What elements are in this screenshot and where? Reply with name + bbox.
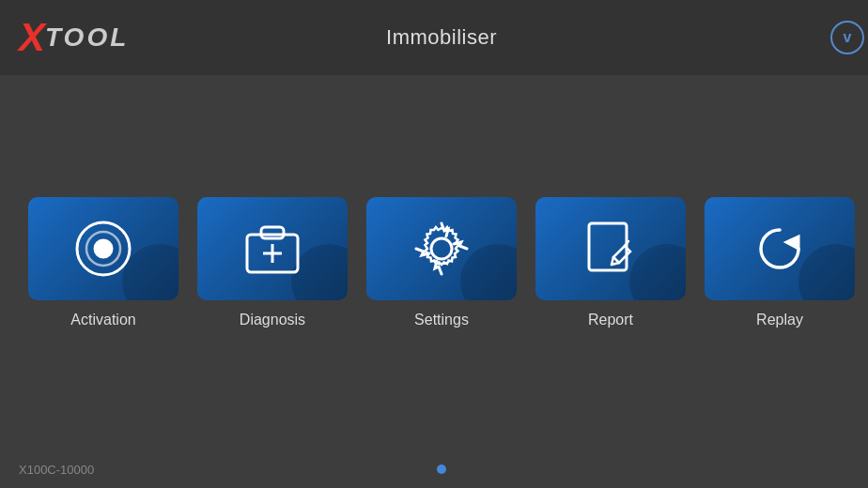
menu-item-diagnosis[interactable]: Diagnosis [197,197,348,328]
activation-label: Activation [70,312,135,328]
logo-area: X TOOL [19,18,129,57]
svg-point-2 [95,240,112,257]
replay-icon [747,216,813,282]
main-content: X TOOL Immobiliser v Activation [0,0,868,488]
diagnosis-icon [240,216,305,282]
settings-label: Settings [414,312,469,328]
svg-point-7 [431,238,452,259]
replay-label: Replay [756,312,803,328]
report-icon-box[interactable] [535,197,686,300]
version-icon[interactable]: v [830,21,864,54]
svg-rect-8 [589,223,627,270]
bottom-bar: X100C-10000 [0,450,868,488]
settings-icon [409,216,474,282]
svg-marker-12 [786,236,798,249]
svg-rect-4 [261,227,284,238]
page-title: Immobiliser [386,25,497,50]
replay-icon-box[interactable] [705,197,855,300]
report-icon [578,216,643,282]
menu-item-report[interactable]: Report [535,197,686,328]
diagnosis-icon-box[interactable] [197,197,348,300]
settings-icon-box[interactable] [366,197,517,300]
activation-icon [70,216,136,282]
dot-indicator [437,465,446,474]
menu-item-replay[interactable]: Replay [705,197,855,328]
icons-row: Activation Diagnosis [28,197,855,328]
header: X TOOL Immobiliser v [0,0,868,75]
icons-section: Activation Diagnosis [0,75,868,450]
report-label: Report [588,312,633,328]
diagnosis-label: Diagnosis [240,312,305,328]
logo-tool: TOOL [45,23,129,53]
menu-item-settings[interactable]: Settings [366,197,517,328]
menu-item-activation[interactable]: Activation [28,197,178,328]
logo-x: X [19,18,45,57]
device-id: X100C-10000 [19,463,94,477]
page-dot [437,465,446,474]
activation-icon-box[interactable] [28,197,178,300]
